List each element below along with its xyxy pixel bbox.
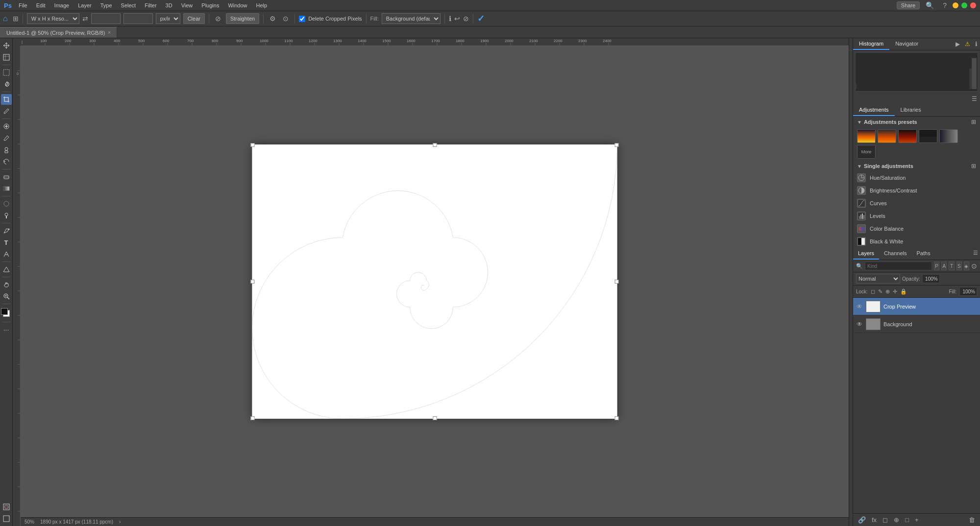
height-input[interactable] <box>123 13 153 24</box>
menu-select[interactable]: Select <box>117 1 140 9</box>
crop-handle-ml[interactable] <box>251 280 255 284</box>
menu-layer[interactable]: Layer <box>74 1 96 9</box>
color-swatches[interactable] <box>1 308 12 320</box>
hand-tool[interactable] <box>1 279 12 290</box>
undo-icon[interactable]: ↩ <box>454 15 460 23</box>
preset-3[interactable] <box>898 129 917 143</box>
zoom-tool[interactable] <box>1 291 12 302</box>
crop-handle-tr[interactable] <box>615 143 619 147</box>
crop-handle-br[interactable] <box>615 416 619 420</box>
libraries-tab[interactable]: Libraries <box>895 104 927 116</box>
color-balance-item[interactable]: Color Balance <box>853 222 980 235</box>
layer-visibility-crop[interactable]: 👁 <box>856 303 863 310</box>
crop-handle-tl[interactable] <box>251 143 255 147</box>
dodge-tool[interactable] <box>1 210 12 221</box>
fill-input[interactable]: 100% <box>959 287 977 296</box>
layers-tab[interactable]: Layers <box>853 248 879 260</box>
screen-mode-button[interactable] <box>1 513 12 524</box>
more-tools-button[interactable]: ··· <box>1 324 12 335</box>
blur-tool[interactable] <box>1 198 12 209</box>
clone-tool[interactable] <box>1 144 12 155</box>
layer-visibility-bg[interactable]: 👁 <box>856 321 863 328</box>
delete-layer-button[interactable]: 🗑 <box>967 515 977 525</box>
more-info-arrow[interactable]: › <box>119 519 121 525</box>
reset-icon[interactable]: ⊘ <box>463 15 469 23</box>
lock-image-icon[interactable]: ✎ <box>878 288 882 295</box>
add-style-button[interactable]: fx <box>870 515 879 525</box>
presets-section-header[interactable]: ▼ Adjustments presets ⊞ <box>853 117 980 127</box>
minimize-button[interactable] <box>953 2 958 8</box>
filter-shape-btn[interactable]: S <box>956 262 962 270</box>
right-panel-info-button[interactable]: ℹ <box>973 38 980 50</box>
search-button[interactable]: 🔍 <box>923 0 937 10</box>
hue-saturation-item[interactable]: Hue/Saturation <box>853 171 980 184</box>
home-icon[interactable]: ⌂ <box>3 14 8 23</box>
crop-tool[interactable] <box>1 94 12 105</box>
layers-panel-menu-icon[interactable]: ☰ <box>971 248 980 260</box>
info-icon[interactable]: ℹ <box>449 15 451 23</box>
type-tool[interactable]: T <box>1 237 12 248</box>
menu-filter[interactable]: Filter <box>141 1 160 9</box>
layer-item-crop-preview[interactable]: 👁 Crop Preview <box>853 298 980 315</box>
pen-tool[interactable] <box>1 225 12 236</box>
canvas-viewport[interactable] <box>21 46 849 517</box>
close-button[interactable] <box>970 2 976 8</box>
curves-item[interactable]: Curves <box>853 197 980 210</box>
unit-select[interactable]: px/in <box>156 13 180 24</box>
menu-3d[interactable]: 3D <box>162 1 176 9</box>
menu-help[interactable]: Help <box>252 1 271 9</box>
preset-4[interactable] <box>919 129 937 143</box>
right-collapse-strip[interactable]: ⋮ <box>849 38 853 526</box>
layer-item-background[interactable]: 👁 Background <box>853 315 980 333</box>
crop-handle-mr[interactable] <box>615 280 619 284</box>
maximize-button[interactable] <box>961 2 967 8</box>
artboard-tool[interactable] <box>1 52 12 63</box>
menu-window[interactable]: Window <box>224 1 251 9</box>
panel-menu-icon[interactable]: ☰ <box>971 95 978 103</box>
menu-file[interactable]: File <box>15 1 31 9</box>
preset-2[interactable] <box>878 129 896 143</box>
delete-cropped-checkbox[interactable] <box>299 16 305 22</box>
single-adj-grid-icon[interactable]: ⊞ <box>971 163 976 169</box>
settings-icon[interactable]: ⚙ <box>268 14 278 24</box>
eyedropper-tool[interactable] <box>1 106 12 117</box>
shape-tool[interactable] <box>1 264 12 275</box>
filter-smart-btn[interactable]: ◈ <box>964 262 969 270</box>
crop-handle-tm[interactable] <box>433 143 437 147</box>
menu-image[interactable]: Image <box>50 1 74 9</box>
lock-all-icon[interactable]: 🔒 <box>900 288 907 295</box>
fill-select[interactable]: Background (default) <box>382 13 441 24</box>
straighten-button[interactable]: Straighten <box>226 13 259 24</box>
filter-type-btn[interactable]: P <box>934 262 939 270</box>
clear-button[interactable]: Clear <box>183 13 205 24</box>
healing-tool[interactable] <box>1 121 12 132</box>
crop-handle-bm[interactable] <box>433 416 437 420</box>
lock-transparent-icon[interactable]: ◻ <box>871 288 875 295</box>
width-input[interactable] <box>91 13 121 24</box>
eraser-tool[interactable] <box>1 171 12 182</box>
foreground-color[interactable] <box>1 308 8 315</box>
menu-plugins[interactable]: Plugins <box>197 1 223 9</box>
new-fill-button[interactable]: ⊕ <box>892 515 901 525</box>
menu-type[interactable]: Type <box>97 1 116 9</box>
filter-text-btn[interactable]: T <box>949 262 954 270</box>
help-icon[interactable]: ? <box>940 0 950 10</box>
dimension-preset-select[interactable]: W x H x Reso... <box>27 13 79 24</box>
levels-item[interactable]: Levels <box>853 210 980 222</box>
black-white-item[interactable]: Black & White <box>853 235 980 248</box>
preset-1[interactable] <box>857 129 876 143</box>
menu-view[interactable]: View <box>177 1 197 9</box>
opacity-input[interactable]: 100% <box>922 274 940 283</box>
select-tool[interactable] <box>1 67 12 78</box>
quick-mask-button[interactable] <box>1 502 12 512</box>
lasso-tool[interactable] <box>1 79 12 90</box>
paths-tab[interactable]: Paths <box>912 248 935 260</box>
gradient-tool[interactable] <box>1 183 12 194</box>
preset-bw[interactable] <box>939 129 958 143</box>
lock-artboard-icon[interactable]: ⊕ <box>885 288 890 295</box>
move-tool[interactable] <box>1 40 12 51</box>
menu-edit[interactable]: Edit <box>32 1 49 9</box>
brightness-contrast-item[interactable]: Brightness/Contrast <box>853 184 980 197</box>
new-layer-button[interactable]: + <box>913 515 921 525</box>
lock-position-icon[interactable]: ✛ <box>893 288 897 295</box>
